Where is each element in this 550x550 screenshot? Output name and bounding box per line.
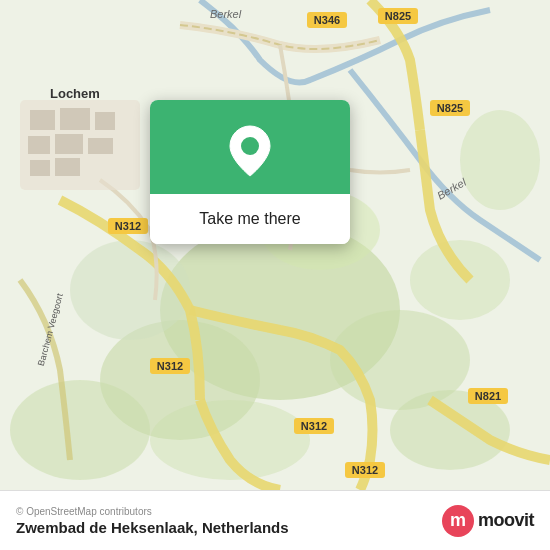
svg-text:N825: N825: [437, 102, 463, 114]
svg-text:N346: N346: [314, 14, 340, 26]
svg-point-40: [241, 137, 259, 155]
location-pin-icon: [228, 124, 272, 178]
svg-rect-13: [60, 108, 90, 130]
svg-point-10: [460, 110, 540, 210]
svg-rect-17: [88, 138, 113, 154]
svg-text:N312: N312: [352, 464, 378, 476]
svg-rect-19: [55, 158, 80, 176]
location-name: Zwembad de Heksenlaak, Netherlands: [16, 519, 289, 536]
take-me-there-button[interactable]: Take me there: [166, 206, 334, 232]
svg-point-6: [70, 240, 190, 340]
svg-text:Lochem: Lochem: [50, 86, 100, 101]
svg-point-8: [150, 400, 310, 480]
popup-button-area: Take me there: [150, 194, 350, 244]
popup-green-header: [150, 100, 350, 194]
svg-text:N825: N825: [385, 10, 411, 22]
svg-text:N312: N312: [301, 420, 327, 432]
location-info: © OpenStreetMap contributors Zwembad de …: [16, 506, 289, 536]
svg-text:N821: N821: [475, 390, 501, 402]
svg-point-5: [410, 240, 510, 320]
moovit-brand-name: moovit: [478, 510, 534, 531]
location-popup: Take me there: [150, 100, 350, 244]
svg-rect-16: [55, 134, 83, 154]
moovit-logo: m moovit: [442, 505, 534, 537]
svg-text:Berkel: Berkel: [210, 8, 242, 20]
svg-text:N312: N312: [157, 360, 183, 372]
svg-rect-18: [30, 160, 50, 176]
svg-rect-15: [28, 136, 50, 154]
copyright-text: © OpenStreetMap contributors: [16, 506, 289, 517]
moovit-m-icon: m: [442, 505, 474, 537]
svg-rect-12: [30, 110, 55, 130]
svg-point-7: [10, 380, 150, 480]
svg-text:N312: N312: [115, 220, 141, 232]
svg-rect-14: [95, 112, 115, 130]
map-container[interactable]: N346 N825 N825 N312 N312 N312 N312 N821 …: [0, 0, 550, 490]
bottom-bar: © OpenStreetMap contributors Zwembad de …: [0, 490, 550, 550]
